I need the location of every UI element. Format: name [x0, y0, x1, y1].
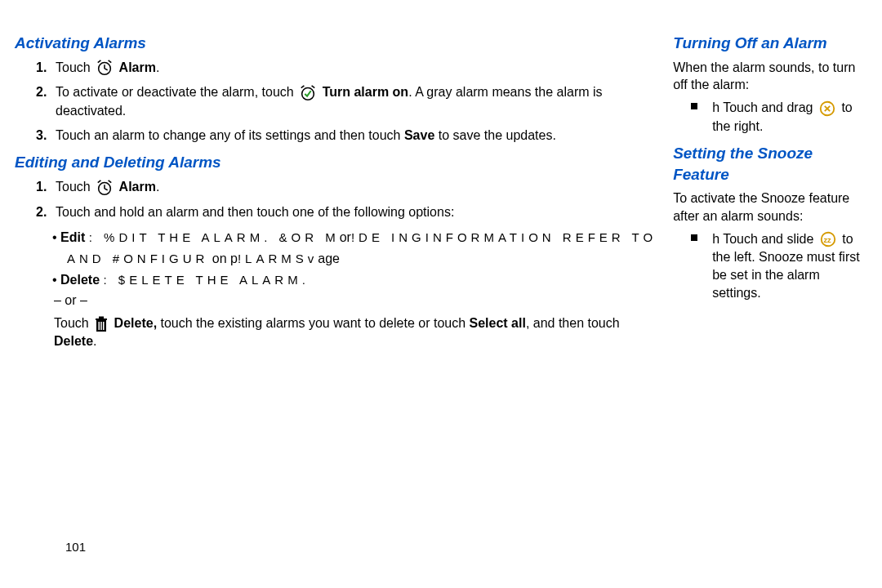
garbled-text: or: [340, 230, 351, 244]
bullet-list: h Touch and slide zz to the left. Snooze…: [673, 230, 867, 302]
svg-line-2: [105, 69, 108, 70]
list-number: 1.: [36, 59, 47, 77]
list-item: h Touch and drag to the right.: [691, 99, 867, 135]
alarm-clock-icon: [96, 59, 114, 77]
text: touch the existing alarms you want to de…: [157, 316, 469, 330]
text: , and then touch: [526, 316, 620, 330]
svg-text:zz: zz: [823, 236, 831, 244]
list-item: 3. Touch an alarm to change any of its s…: [36, 127, 657, 145]
list-number: 3.: [36, 127, 47, 145]
svg-line-4: [109, 60, 112, 63]
delete-bold: Delete: [54, 334, 93, 348]
text: .: [156, 60, 159, 74]
list-number: 1.: [36, 178, 47, 196]
text: Touch: [56, 60, 91, 74]
bullet-list: h Touch and drag to the right.: [673, 99, 867, 135]
list-item: 1. Touch Alarm.: [36, 59, 657, 78]
alarm-label: Alarm: [119, 180, 156, 194]
text: .: [93, 334, 96, 348]
list-item: 2. To activate or deactivate the alarm, …: [36, 83, 657, 119]
turn-label: Turn: [323, 85, 350, 99]
garbled-text: age: [318, 252, 340, 265]
clock-check-icon: [299, 84, 317, 102]
delete-label: Delete: [60, 273, 100, 287]
garbled-text: !LARMSv: [238, 252, 318, 265]
garbled-text: INFORMATION REFER TO: [425, 230, 657, 244]
heading-turning-off: Turning Off an Alarm: [673, 33, 867, 54]
alarm-label: Alarm: [119, 60, 156, 74]
list-item: 2. Touch and hold an alarm and then touc…: [36, 203, 657, 221]
save-label: Save: [404, 128, 434, 142]
svg-line-11: [98, 180, 101, 183]
text: Touch an alarm to change any of its sett…: [56, 128, 404, 142]
svg-rect-17: [96, 318, 107, 320]
list-number: 2.: [36, 203, 47, 221]
alarm-on-label: alarm on: [354, 85, 408, 99]
svg-rect-14: [99, 322, 100, 330]
delete-bullet-line: • Delete : $ELETE THE ALARM.: [15, 271, 657, 289]
select-all-label: Select all: [470, 316, 526, 330]
text: .: [156, 180, 159, 194]
garbled-text: : %DIT THE ALARM. &OR M: [89, 230, 340, 244]
text: Touch: [56, 180, 91, 194]
right-column: Turning Off an Alarm When the alarm soun…: [673, 33, 867, 350]
list-number: 2.: [36, 83, 47, 101]
svg-rect-18: [99, 316, 104, 318]
manual-page: Activating Alarms 1. Touch Alarm. 2.: [0, 0, 882, 350]
garbled-text: !DE ING: [351, 230, 425, 244]
or-separator: – or –: [15, 292, 657, 310]
trash-icon: [94, 316, 109, 332]
garbled-text: : $ELETE THE ALARM.: [104, 273, 310, 287]
snooze-circle-icon: zz: [819, 230, 837, 248]
svg-line-6: [301, 86, 305, 88]
edit-bullet-line: AND #ONFIGUR on p!LARMSvage: [15, 250, 657, 268]
list-item: h Touch and slide zz to the left. Snooze…: [691, 230, 867, 302]
heading-snooze: Setting the Snooze Feature: [673, 143, 867, 185]
text: to save the updates.: [434, 128, 556, 142]
editing-list: 1. Touch Alarm. 2. Touch and hold an ala…: [15, 178, 657, 220]
text: To activate or deactivate the alarm, tou…: [56, 85, 294, 99]
bullet: •: [52, 230, 60, 244]
svg-line-7: [312, 86, 315, 88]
svg-rect-15: [100, 322, 102, 330]
heading-editing-deleting: Editing and Deleting Alarms: [15, 152, 657, 173]
edit-label: Edit: [60, 230, 85, 244]
heading-activating-alarms: Activating Alarms: [15, 33, 657, 54]
garbled-text: on p: [208, 252, 238, 265]
edit-bullet-line: • Edit : %DIT THE ALARM. &OR Mor!DE INGI…: [15, 229, 657, 247]
paragraph: When the alarm sounds, to turn off the a…: [673, 59, 867, 94]
paragraph: To activate the Snooze feature after an …: [673, 189, 867, 225]
garbled-text: AND #ONFIGUR: [67, 252, 208, 265]
delete-paragraph: Touch Delete, touch the existing alarms …: [15, 314, 657, 350]
text: Touch: [54, 316, 89, 330]
text: Touch and hold an alarm and then touch o…: [56, 205, 454, 219]
text: h Touch and slide: [712, 232, 813, 246]
left-column: Activating Alarms 1. Touch Alarm. 2.: [15, 33, 657, 350]
svg-line-3: [98, 60, 101, 63]
text: h Touch and drag: [712, 100, 813, 114]
cancel-circle-icon: [818, 100, 836, 118]
page-number: 101: [65, 539, 86, 555]
bullet: •: [52, 273, 60, 287]
list-item: 1. Touch Alarm.: [36, 178, 657, 197]
alarm-clock-icon: [96, 179, 114, 197]
svg-line-10: [105, 189, 108, 190]
activating-list: 1. Touch Alarm. 2. To activate or deacti…: [15, 59, 657, 145]
svg-line-12: [109, 180, 112, 183]
delete-bold: Delete,: [114, 316, 157, 330]
svg-rect-16: [103, 322, 105, 330]
